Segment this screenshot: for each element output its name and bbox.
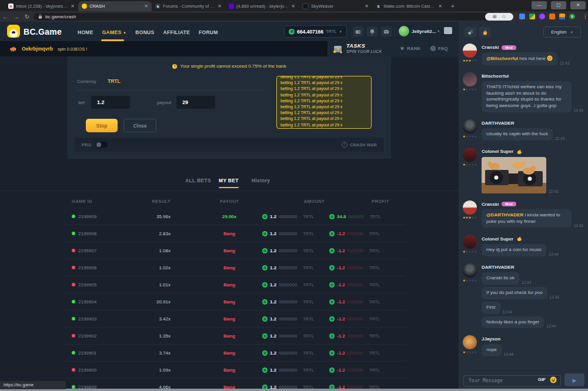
nav-games[interactable]: GAMES ▼ xyxy=(102,29,127,35)
crash-war-link[interactable]: CRASH WAR xyxy=(342,142,377,148)
chat-username[interactable]: Colonel Super xyxy=(482,236,513,242)
wallet-button[interactable] xyxy=(353,26,363,36)
bet-amount-input[interactable] xyxy=(91,96,130,109)
game-id-link[interactable]: 2199904 xyxy=(78,299,96,305)
avatar[interactable] xyxy=(463,119,477,133)
game-id-link[interactable]: 2199908 xyxy=(78,231,96,236)
window-close-button[interactable]: ✕ xyxy=(570,1,586,9)
game-id-link[interactable]: 2199905 xyxy=(78,282,96,288)
payout-input[interactable] xyxy=(176,96,215,109)
extension-icon[interactable] xyxy=(549,14,555,19)
bookmark-star-icon[interactable]: ☆ xyxy=(502,14,506,19)
browser-tab[interactable]: SkyWeaver ✕ xyxy=(299,1,372,11)
back-icon[interactable]: ← xyxy=(0,14,11,20)
table-header: GAME ID RESULT PAYOUT AMOUNT PROFIT xyxy=(65,195,406,208)
chat-username[interactable]: Cranski xyxy=(482,45,499,50)
browser-tab[interactable]: b Forums - Community of BC.Gam... ✕ xyxy=(152,1,225,11)
chat-image-cats-dj[interactable] xyxy=(482,157,546,193)
language-selector[interactable]: English ▼ xyxy=(543,26,581,38)
tasks-title[interactable]: TASKS xyxy=(346,43,365,49)
tab-close-icon[interactable]: ✕ xyxy=(291,4,295,9)
tab-my-bet[interactable]: MY BET xyxy=(219,178,239,183)
horizontal-scrollbar[interactable] xyxy=(0,389,588,391)
notifications-button[interactable] xyxy=(367,26,377,36)
address-bar[interactable]: bc.game/crash ⊕ ☆ xyxy=(34,13,513,21)
extension-icon[interactable] xyxy=(519,14,525,19)
pro-toggle[interactable] xyxy=(96,142,108,148)
tab-close-icon[interactable]: ✕ xyxy=(71,4,75,9)
browser-tab[interactable]: M Inbox (2,238) - skyjones84@gm... ✕ xyxy=(5,1,78,11)
tab-history[interactable]: History xyxy=(252,178,270,183)
nav-home[interactable]: HOME xyxy=(78,29,93,35)
treasure-chest-icon[interactable] xyxy=(332,43,344,55)
send-message-button[interactable]: ▶ xyxy=(564,373,584,386)
coin-icon xyxy=(329,231,335,236)
drive-extension-icon[interactable] xyxy=(529,14,535,19)
avatar[interactable] xyxy=(463,44,477,58)
browser-tab[interactable]: S Stake.com: Bitcoin Casino & Spo... ✕ xyxy=(372,1,446,11)
site-logo[interactable]: BC.Game xyxy=(24,27,62,36)
chat-username[interactable]: Bitscheerful xyxy=(482,73,509,79)
comet-button[interactable] xyxy=(465,27,476,37)
currency-value[interactable]: TRTL xyxy=(108,78,121,84)
forward-icon[interactable]: → xyxy=(11,14,21,20)
profile-avatar[interactable]: S xyxy=(569,14,575,19)
bcgame-logo-icon[interactable] xyxy=(7,25,20,38)
browser-tab[interactable]: (4,869 unread) - skylerjones8... ✕ xyxy=(225,1,299,11)
chat-toggle-icon[interactable] xyxy=(444,27,452,34)
game-id-link[interactable]: 2199902 xyxy=(78,333,96,339)
avatar[interactable] xyxy=(463,263,477,278)
stop-button[interactable]: Stop xyxy=(86,119,118,132)
rank-button[interactable]: ★ RANK xyxy=(400,46,420,51)
chat-message: ★★★★★ Colonel Super xyxy=(462,148,583,196)
nav-affiliate[interactable]: AFFILIATE xyxy=(163,29,191,35)
chat-username[interactable]: Cranski xyxy=(482,202,499,207)
chat-username[interactable]: DARTHVADER xyxy=(482,121,514,126)
site-info-icon[interactable]: ⊕ xyxy=(492,14,497,19)
nav-bonus[interactable]: BONUS xyxy=(135,29,154,35)
username[interactable]: Jellyroll2... xyxy=(412,29,436,34)
game-id-link[interactable]: 2199909 xyxy=(78,214,96,219)
chat-message-input[interactable] xyxy=(463,375,561,387)
game-id-link[interactable]: 2199906 xyxy=(78,265,96,270)
balance-value: 664.407166 xyxy=(297,29,323,35)
game-id-link[interactable]: 2199903 xyxy=(78,316,96,322)
bsk-extension-icon[interactable] xyxy=(559,14,565,19)
hot-button[interactable] xyxy=(479,27,491,37)
skyweaver-favicon xyxy=(302,3,309,9)
address-bar-actions: ⊕ ☆ xyxy=(485,13,513,21)
tab-all-bets[interactable]: ALL BETS xyxy=(185,178,211,183)
browser-tab-active[interactable]: CRASH ✕ xyxy=(78,1,152,11)
chat-username[interactable]: JJayson xyxy=(482,336,500,342)
tab-close-icon[interactable]: ✕ xyxy=(438,4,442,9)
tasks-subtitle[interactable]: SPIN YOUR LUCK xyxy=(346,49,382,54)
game-id-link[interactable]: 2199901 xyxy=(78,350,96,356)
faq-button[interactable]: ? FAQ xyxy=(430,46,447,51)
twitch-extension-icon[interactable] xyxy=(539,14,545,19)
avatar[interactable] xyxy=(463,335,477,349)
refresh-icon[interactable]: ↻ xyxy=(22,14,32,20)
nav-forum[interactable]: FORUM xyxy=(199,29,218,35)
balance-selector[interactable]: 664.407166 TRTL ▼ xyxy=(284,25,347,38)
window-maximize-button[interactable]: ▢ xyxy=(551,1,566,9)
tab-close-icon[interactable]: ✕ xyxy=(144,4,148,9)
avatar[interactable] xyxy=(463,200,477,215)
avatar[interactable] xyxy=(463,235,477,249)
chevron-down-icon[interactable]: ▼ xyxy=(437,29,440,33)
game-id-link[interactable]: 2199900 xyxy=(78,367,96,373)
close-button[interactable]: Close xyxy=(123,119,156,132)
avatar[interactable] xyxy=(463,72,477,86)
tab-close-icon[interactable]: ✕ xyxy=(218,4,222,9)
chat-username[interactable]: DARTHVADER xyxy=(482,265,514,270)
user-avatar[interactable] xyxy=(399,26,409,36)
emoji-picker-icon[interactable] xyxy=(550,376,557,383)
window-minimize-button[interactable]: — xyxy=(532,1,547,9)
game-id-link[interactable]: 2199907 xyxy=(78,248,96,253)
gif-button[interactable]: GIF xyxy=(538,377,546,382)
messages-button[interactable] xyxy=(381,26,392,36)
avatar[interactable] xyxy=(463,148,477,162)
new-tab-button[interactable]: + xyxy=(449,3,456,10)
chrome-menu-icon[interactable]: ⋮ xyxy=(583,14,588,19)
chat-username[interactable]: Colonel Super xyxy=(482,149,513,154)
tab-close-icon[interactable]: ✕ xyxy=(365,4,369,9)
